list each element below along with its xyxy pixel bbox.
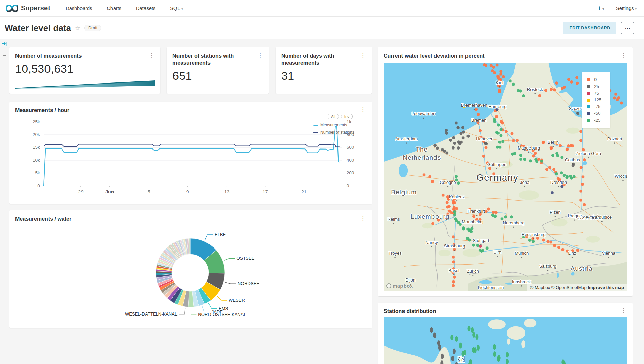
station-dot[interactable]: [579, 190, 582, 193]
map-legend-entry[interactable]: 125: [587, 98, 601, 102]
station-dot[interactable]: [455, 175, 458, 178]
nav-item-sql[interactable]: SQL▾: [170, 6, 183, 11]
station-dot[interactable]: [472, 244, 475, 247]
station-dot[interactable]: [470, 227, 473, 230]
map-legend-entry[interactable]: 0: [587, 77, 601, 82]
station-dot[interactable]: [563, 174, 566, 177]
more-options-button[interactable]: ⋯: [621, 22, 634, 34]
station-dot[interactable]: [581, 175, 584, 178]
station-dot[interactable]: [445, 129, 448, 132]
station-dot[interactable]: [512, 139, 515, 142]
superset-logo[interactable]: Superset: [6, 4, 50, 12]
station-dot[interactable]: [491, 214, 494, 217]
station-dot[interactable]: [536, 237, 539, 240]
station-dot[interactable]: [519, 90, 522, 93]
station-dot[interactable]: [560, 185, 564, 188]
station-dot[interactable]: [616, 98, 619, 101]
station-dot[interactable]: [506, 352, 509, 358]
station-dot[interactable]: [433, 144, 437, 147]
legend-inv-button[interactable]: Inv: [341, 114, 353, 119]
station-dot[interactable]: [445, 151, 448, 154]
station-dot[interactable]: [548, 166, 551, 169]
station-dot[interactable]: [579, 130, 582, 133]
station-dot[interactable]: [553, 244, 556, 247]
station-dot[interactable]: [452, 284, 455, 287]
station-dot[interactable]: [452, 136, 455, 139]
station-dot[interactable]: [499, 70, 502, 73]
station-dot[interactable]: [542, 238, 545, 241]
edit-dashboard-button[interactable]: EDIT DASHBOARD: [563, 22, 616, 34]
station-dot[interactable]: [496, 132, 500, 135]
kebab-menu-icon[interactable]: ⋮: [256, 53, 264, 58]
station-dot[interactable]: [557, 246, 560, 249]
kebab-menu-icon[interactable]: ⋮: [359, 53, 367, 58]
station-dot[interactable]: [501, 140, 504, 143]
station-dot[interactable]: [477, 345, 480, 351]
legend-item-number-of-stations[interactable]: Number of stations: [313, 130, 367, 135]
station-dot[interactable]: [453, 142, 456, 145]
station-dot[interactable]: [459, 132, 462, 135]
station-dot[interactable]: [516, 139, 519, 142]
station-dot[interactable]: [576, 249, 579, 252]
station-dot[interactable]: [476, 244, 479, 247]
station-dot[interactable]: [563, 86, 566, 89]
station-dot[interactable]: [579, 139, 582, 142]
station-dot[interactable]: [445, 132, 448, 135]
station-dot[interactable]: [583, 158, 586, 161]
station-dot[interactable]: [551, 191, 554, 194]
station-dot[interactable]: [452, 201, 455, 204]
station-dot[interactable]: [453, 213, 456, 216]
station-dot[interactable]: [576, 82, 579, 85]
station-dot[interactable]: [450, 335, 453, 341]
station-dot[interactable]: [446, 201, 449, 204]
station-dot[interactable]: [510, 132, 513, 135]
stations-map[interactable]: KielRostock: [384, 317, 627, 364]
station-dot[interactable]: [495, 211, 498, 214]
station-dot[interactable]: [456, 126, 459, 129]
station-dot[interactable]: [452, 235, 455, 238]
station-dot[interactable]: [459, 223, 462, 226]
station-dot[interactable]: [500, 128, 503, 131]
station-dot[interactable]: [561, 248, 564, 251]
station-dot[interactable]: [463, 350, 466, 356]
station-dot[interactable]: [498, 141, 502, 144]
station-dot[interactable]: [499, 134, 502, 137]
kebab-menu-icon[interactable]: ⋮: [359, 216, 367, 221]
station-dot[interactable]: [528, 239, 532, 242]
station-dot[interactable]: [462, 226, 465, 229]
station-dot[interactable]: [431, 222, 434, 225]
legend-all-button[interactable]: All: [328, 114, 339, 119]
station-dot[interactable]: [431, 180, 434, 183]
favorite-star-icon[interactable]: ☆: [75, 24, 81, 32]
station-dot[interactable]: [488, 167, 491, 170]
station-dot[interactable]: [549, 241, 552, 244]
station-dot[interactable]: [430, 327, 433, 333]
station-dot[interactable]: [492, 66, 495, 69]
station-dot[interactable]: [475, 108, 478, 111]
station-dot[interactable]: [433, 333, 436, 338]
station-dot[interactable]: [522, 94, 525, 97]
station-dot[interactable]: [552, 168, 555, 171]
station-dot[interactable]: [504, 215, 507, 218]
station-dot[interactable]: [446, 205, 449, 208]
station-dot[interactable]: [499, 73, 502, 76]
station-dot[interactable]: [497, 355, 501, 361]
station-dot[interactable]: [451, 356, 454, 361]
station-dot[interactable]: [490, 64, 493, 67]
station-dot[interactable]: [472, 332, 475, 338]
station-dot[interactable]: [472, 215, 475, 218]
station-dot[interactable]: [453, 210, 456, 213]
nav-item-dashboards[interactable]: Dashboards: [66, 6, 92, 11]
series-line-measurements[interactable]: [44, 126, 340, 186]
kebab-menu-icon[interactable]: ⋮: [619, 53, 628, 58]
kebab-menu-icon[interactable]: ⋮: [147, 53, 156, 58]
station-dot[interactable]: [496, 64, 499, 67]
station-dot[interactable]: [468, 238, 471, 241]
station-dot[interactable]: [579, 199, 582, 202]
station-dot[interactable]: [462, 136, 465, 139]
station-dot[interactable]: [495, 115, 498, 118]
station-dot[interactable]: [449, 139, 452, 142]
station-dot[interactable]: [453, 349, 456, 354]
station-dot[interactable]: [443, 150, 446, 153]
station-dot[interactable]: [620, 101, 623, 104]
